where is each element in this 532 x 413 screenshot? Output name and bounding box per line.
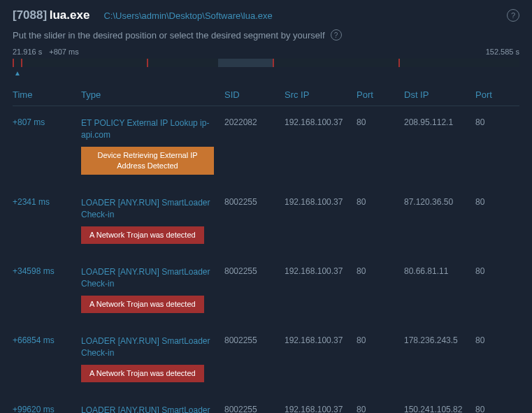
cell-sid: 8002255 bbox=[224, 266, 285, 313]
cell-srcip: 192.168.100.37 bbox=[285, 117, 357, 175]
time-labels: 21.916 s +807 ms 152.585 s bbox=[13, 48, 519, 56]
type-text: LOADER [ANY.RUN] SmartLoader Check-in bbox=[81, 405, 219, 413]
cell-dst-port: 80 bbox=[475, 117, 517, 175]
cell-dstip: 178.236.243.5 bbox=[404, 335, 475, 382]
cell-dstip: 80.66.81.11 bbox=[404, 266, 475, 313]
cell-src-port: 80 bbox=[357, 266, 404, 313]
table-row[interactable]: +99620 msLOADER [ANY.RUN] SmartLoader Ch… bbox=[13, 393, 519, 413]
pid-value: [7088] bbox=[13, 8, 47, 22]
help-icon[interactable]: ? bbox=[331, 29, 342, 41]
status-badge: A Network Trojan was detected bbox=[81, 226, 204, 244]
instruction-row: Put the slider in the desired position o… bbox=[13, 29, 519, 41]
process-name: lua.exe bbox=[50, 8, 90, 22]
cell-type: LOADER [ANY.RUN] SmartLoader Check-inA N… bbox=[81, 266, 224, 313]
col-header-srcip[interactable]: Src IP bbox=[285, 89, 357, 100]
cell-srcip: 192.168.100.37 bbox=[285, 335, 357, 382]
col-header-time[interactable]: Time bbox=[13, 89, 81, 100]
col-header-src-port[interactable]: Port bbox=[357, 89, 404, 100]
events-table: Time Type SID Src IP Port Dst IP Port +8… bbox=[13, 84, 519, 413]
table-row[interactable]: +34598 msLOADER [ANY.RUN] SmartLoader Ch… bbox=[13, 255, 519, 324]
cell-sid: 8002255 bbox=[224, 405, 285, 413]
cell-type: ET POLICY External IP Lookup ip-api.comD… bbox=[81, 117, 224, 175]
cell-sid: 8002255 bbox=[224, 197, 285, 244]
cell-time: +2341 ms bbox=[13, 197, 81, 244]
status-badge: A Network Trojan was detected bbox=[81, 296, 204, 313]
help-icon[interactable]: ? bbox=[507, 9, 519, 22]
cell-src-port: 80 bbox=[357, 117, 404, 175]
cell-type: LOADER [ANY.RUN] SmartLoader Check-inA N… bbox=[81, 197, 224, 244]
type-text: ET POLICY External IP Lookup ip-api.com bbox=[81, 117, 219, 141]
type-text: LOADER [ANY.RUN] SmartLoader Check-in bbox=[81, 266, 219, 290]
type-text: LOADER [ANY.RUN] SmartLoader Check-in bbox=[81, 335, 219, 359]
type-text: LOADER [ANY.RUN] SmartLoader Check-in bbox=[81, 197, 219, 221]
cell-time: +807 ms bbox=[13, 117, 81, 175]
cell-dstip: 87.120.36.50 bbox=[404, 197, 475, 244]
cell-dstip: 150.241.105.82 bbox=[404, 405, 475, 413]
cell-type: LOADER [ANY.RUN] SmartLoader Check-inA N… bbox=[81, 335, 224, 382]
table-row[interactable]: +2341 msLOADER [ANY.RUN] SmartLoader Che… bbox=[13, 186, 519, 255]
cell-srcip: 192.168.100.37 bbox=[285, 405, 357, 413]
cell-sid: 2022082 bbox=[224, 117, 285, 175]
instruction-text: Put the slider in the desired position o… bbox=[13, 30, 325, 41]
cell-sid: 8002255 bbox=[224, 335, 285, 382]
table-header: Time Type SID Src IP Port Dst IP Port bbox=[13, 84, 519, 106]
col-header-sid[interactable]: SID bbox=[224, 89, 285, 100]
timeline-slider[interactable] bbox=[13, 59, 519, 67]
cell-type: LOADER [ANY.RUN] SmartLoader Check-inA N… bbox=[81, 405, 224, 413]
cell-time: +99620 ms bbox=[13, 405, 81, 413]
cell-dst-port: 80 bbox=[475, 405, 517, 413]
cell-dst-port: 80 bbox=[475, 197, 517, 244]
status-badge: A Network Trojan was detected bbox=[81, 365, 204, 382]
time-start: 21.916 s bbox=[13, 48, 42, 56]
cell-src-port: 80 bbox=[357, 335, 404, 382]
time-offset: +807 ms bbox=[49, 48, 79, 56]
header: [7088] lua.exe C:\Users\admin\Desktop\So… bbox=[13, 8, 519, 22]
cell-src-port: 80 bbox=[357, 197, 404, 244]
status-badge: Device Retrieving External IP Address De… bbox=[81, 147, 214, 175]
process-pid: [7088] lua.exe bbox=[13, 8, 89, 22]
cell-dst-port: 80 bbox=[475, 266, 517, 313]
cell-src-port: 80 bbox=[357, 405, 404, 413]
slider-indicator-icon: ▲ bbox=[14, 69, 519, 77]
col-header-dstip[interactable]: Dst IP bbox=[404, 89, 475, 100]
col-header-type[interactable]: Type bbox=[81, 89, 224, 100]
cell-srcip: 192.168.100.37 bbox=[285, 266, 357, 313]
cell-srcip: 192.168.100.37 bbox=[285, 197, 357, 244]
cell-time: +34598 ms bbox=[13, 266, 81, 313]
cell-dst-port: 80 bbox=[475, 335, 517, 382]
process-path[interactable]: C:\Users\admin\Desktop\Software\lua.exe bbox=[103, 10, 272, 21]
table-row[interactable]: +807 msET POLICY External IP Lookup ip-a… bbox=[13, 106, 519, 186]
cell-time: +66854 ms bbox=[13, 335, 81, 382]
col-header-dst-port[interactable]: Port bbox=[475, 89, 517, 100]
cell-dstip: 208.95.112.1 bbox=[404, 117, 475, 175]
table-row[interactable]: +66854 msLOADER [ANY.RUN] SmartLoader Ch… bbox=[13, 324, 519, 393]
time-end: 152.585 s bbox=[486, 48, 519, 56]
